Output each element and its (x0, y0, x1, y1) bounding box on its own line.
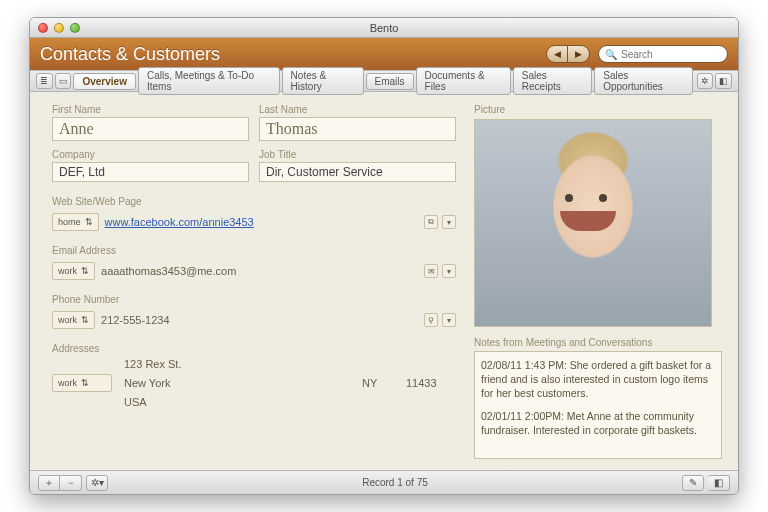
dropdown-icon[interactable]: ▾ (442, 215, 456, 229)
address-state: NY (362, 377, 394, 389)
compose-email-icon[interactable]: ✉ (424, 264, 438, 278)
form-view-button[interactable]: ▭ (55, 73, 72, 89)
addresses-label: Addresses (52, 343, 456, 354)
address-country: USA (124, 396, 350, 408)
dropdown-icon[interactable]: ▾ (442, 264, 456, 278)
close-icon[interactable] (38, 23, 48, 33)
search-icon: 🔍 (605, 49, 617, 60)
chevron-updown-icon: ⇅ (81, 266, 89, 276)
add-record-button[interactable]: ＋ (38, 475, 60, 491)
address-zip: 11433 (406, 377, 456, 389)
minimize-icon[interactable] (54, 23, 64, 33)
next-record-button[interactable]: ▶ (568, 45, 590, 63)
email-value[interactable]: aaaathomas3453@me.com (101, 265, 236, 277)
job-title-label: Job Title (259, 149, 456, 160)
record-status: Record 1 of 75 (112, 477, 678, 488)
first-name-field[interactable]: Anne (52, 117, 249, 141)
window-controls (38, 23, 80, 33)
gear-icon[interactable]: ✲ (697, 73, 714, 89)
prev-record-button[interactable]: ◀ (546, 45, 568, 63)
website-label: Web Site/Web Page (52, 196, 456, 207)
note-entry: 02/08/11 1:43 PM: She ordered a gift bas… (481, 358, 715, 401)
large-type-icon[interactable]: ⚲ (424, 313, 438, 327)
tab-documents[interactable]: Documents & Files (416, 67, 511, 95)
phone-label: Phone Number (52, 294, 456, 305)
form-content: First Name Anne Last Name Thomas Company… (30, 92, 738, 470)
edit-layout-button[interactable]: ✎ (682, 475, 704, 491)
tab-opportunities[interactable]: Sales Opportunities (594, 67, 692, 95)
chevron-updown-icon: ⇅ (81, 315, 89, 325)
website-tag-select[interactable]: home⇅ (52, 213, 99, 231)
tab-notes-history[interactable]: Notes & History (282, 67, 364, 95)
chevron-updown-icon: ⇅ (85, 217, 93, 227)
note-entry: 02/01/11 2:00PM: Met Anne at the communi… (481, 409, 715, 437)
zoom-icon[interactable] (70, 23, 80, 33)
remove-record-button[interactable]: － (60, 475, 82, 491)
first-name-label: First Name (52, 104, 249, 115)
phone-value[interactable]: 212-555-1234 (101, 314, 170, 326)
dropdown-icon[interactable]: ▾ (442, 313, 456, 327)
app-window: Bento Contacts & Customers ◀ ▶ 🔍 Search … (29, 17, 739, 495)
library-title: Contacts & Customers (40, 44, 538, 65)
toggle-pane-button[interactable]: ◧ (708, 475, 730, 491)
table-view-button[interactable]: ≣ (36, 73, 53, 89)
tab-calls[interactable]: Calls, Meetings & To-Do Items (138, 67, 280, 95)
open-url-icon[interactable]: ⧉ (424, 215, 438, 229)
email-tag-select[interactable]: work⇅ (52, 262, 95, 280)
layout-icon[interactable]: ◧ (715, 73, 732, 89)
tab-emails[interactable]: Emails (366, 73, 414, 90)
address-city: New York (124, 377, 350, 389)
tab-receipts[interactable]: Sales Receipts (513, 67, 592, 95)
search-field[interactable]: 🔍 Search (598, 45, 728, 63)
chevron-updown-icon: ⇅ (81, 378, 89, 388)
window-title: Bento (30, 22, 738, 34)
search-placeholder: Search (621, 49, 653, 60)
last-name-field[interactable]: Thomas (259, 117, 456, 141)
company-field[interactable]: DEF, Ltd (52, 162, 249, 182)
form-tabbar: ≣ ▭ Overview Calls, Meetings & To-Do Ite… (30, 70, 738, 92)
action-menu-button[interactable]: ✲▾ (86, 475, 108, 491)
notes-label: Notes from Meetings and Conversations (474, 337, 722, 348)
footer-bar: ＋ － ✲▾ Record 1 of 75 ✎ ◧ (30, 470, 738, 494)
record-nav: ◀ ▶ (546, 45, 590, 63)
address-block[interactable]: 123 Rex St. work⇅ New York NY 11433 USA (52, 358, 456, 408)
address-tag-select[interactable]: work⇅ (52, 374, 112, 392)
contact-photo[interactable] (474, 119, 712, 327)
notes-field[interactable]: 02/08/11 1:43 PM: She ordered a gift bas… (474, 351, 722, 459)
address-street: 123 Rex St. (124, 358, 350, 370)
job-title-field[interactable]: Dir, Customer Service (259, 162, 456, 182)
company-label: Company (52, 149, 249, 160)
titlebar: Bento (30, 18, 738, 38)
last-name-label: Last Name (259, 104, 456, 115)
library-header: Contacts & Customers ◀ ▶ 🔍 Search (30, 38, 738, 70)
phone-tag-select[interactable]: work⇅ (52, 311, 95, 329)
email-label: Email Address (52, 245, 456, 256)
tab-overview[interactable]: Overview (73, 73, 135, 90)
picture-label: Picture (474, 104, 722, 115)
website-link[interactable]: www.facebook.com/annie3453 (105, 216, 254, 228)
